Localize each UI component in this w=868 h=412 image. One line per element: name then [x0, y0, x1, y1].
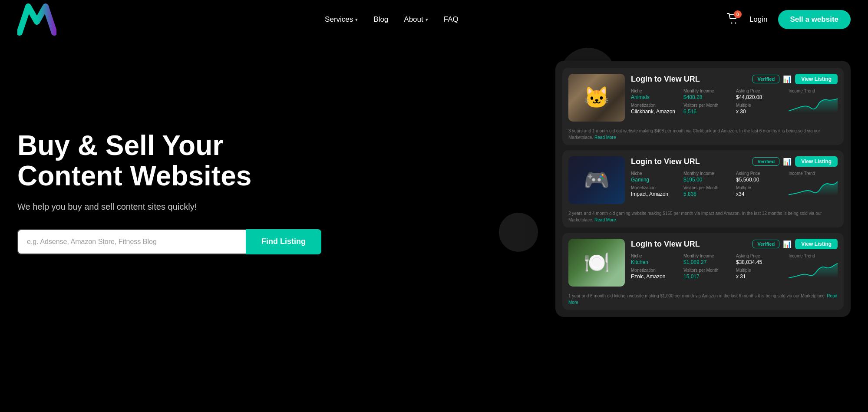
trend-label: Income Trend: [789, 171, 838, 176]
stat-price-label: Asking Price: [736, 171, 785, 176]
listing-card: Login to View URL Verified 📊 View Listin…: [562, 150, 844, 227]
sparkline-chart: [789, 260, 838, 280]
stat-income-label: Monthly Income: [683, 89, 733, 93]
nav-link-blog[interactable]: Blog: [373, 15, 388, 24]
listing-stats: Niche Animals Monetization Clickbank, Am…: [631, 89, 838, 115]
stat-niche: Niche Kitchen Monetization Ezoic, Amazon: [631, 254, 680, 280]
listing-top: Login to View URL Verified 📊 View Listin…: [562, 68, 844, 128]
stat-niche-value: Animals: [631, 94, 680, 100]
cart-button[interactable]: 0: [727, 13, 739, 26]
sell-website-button[interactable]: Sell a website: [778, 10, 851, 29]
listing-actions: Verified 📊 View Listing: [752, 74, 838, 84]
listings-panel: Login to View URL Verified 📊 View Listin…: [555, 52, 851, 317]
verified-badge: Verified: [752, 157, 779, 166]
stat-income-value: $1,089.27: [683, 259, 733, 265]
stat-niche-label: Niche: [631, 171, 680, 176]
sparkline-chart: [789, 178, 838, 197]
stat-mon-value: Clickbank, Amazon: [631, 109, 680, 115]
stat-visitors-label: Visitors per Month: [683, 268, 733, 273]
stat-mult-label: Multiple: [736, 103, 785, 108]
stat-price-value: $5,560.00: [736, 177, 785, 183]
stat-mon-label: Monetization: [631, 185, 680, 190]
listing-actions: Verified 📊 View Listing: [752, 239, 838, 249]
hero-section: Buy & Sell Your Content Websites We help…: [0, 39, 868, 395]
listing-card: Login to View URL Verified 📊 View Listin…: [562, 233, 844, 310]
nav-right: 0 Login Sell a website: [727, 10, 851, 29]
listing-info: Login to View URL Verified 📊 View Listin…: [631, 239, 838, 287]
view-listing-button[interactable]: View Listing: [795, 156, 838, 167]
listing-title: Login to View URL: [631, 75, 700, 84]
listing-title: Login to View URL: [631, 157, 700, 166]
stat-price-value: $38,034.45: [736, 259, 785, 265]
sparkline-chart: [789, 95, 838, 115]
hero-content: Buy & Sell Your Content Websites We help…: [17, 52, 321, 254]
chevron-down-icon: ▾: [426, 17, 428, 23]
nav-item-about[interactable]: About ▾: [404, 15, 428, 24]
read-more-link[interactable]: Read More: [594, 135, 616, 140]
stat-trend: Income Trend: [789, 89, 838, 110]
stat-niche-value: Kitchen: [631, 259, 680, 265]
stat-niche-value: Gaming: [631, 177, 680, 183]
listing-header: Login to View URL Verified 📊 View Listin…: [631, 74, 838, 84]
stat-price-value: $44,820.08: [736, 94, 785, 100]
stat-visitors-label: Visitors per Month: [683, 103, 733, 108]
stat-income-label: Monthly Income: [683, 171, 733, 176]
chart-icon: 📊: [783, 75, 792, 83]
search-input[interactable]: [17, 229, 246, 254]
stat-trend: Income Trend: [789, 171, 838, 193]
nav-item-blog[interactable]: Blog: [373, 15, 388, 24]
bg-circle-dark2: [499, 213, 538, 252]
nav-link-about[interactable]: About ▾: [404, 15, 428, 24]
search-bar: Find Listing: [17, 229, 321, 254]
listing-info: Login to View URL Verified 📊 View Listin…: [631, 74, 838, 122]
hero-subtitle: We help you buy and sell content sites q…: [17, 202, 321, 212]
listing-card: Login to View URL Verified 📊 View Listin…: [562, 68, 844, 145]
nav-item-services[interactable]: Services ▾: [325, 15, 358, 24]
listing-info: Login to View URL Verified 📊 View Listin…: [631, 156, 838, 204]
stat-monthly: Monthly Income $1,089.27 Visitors per Mo…: [683, 254, 733, 280]
stat-mon-value: Impact, Amazon: [631, 191, 680, 197]
stat-price-label: Asking Price: [736, 254, 785, 258]
listing-title: Login to View URL: [631, 240, 700, 249]
stat-visitors-value: 5,838: [683, 191, 733, 197]
stat-mult-value: x 30: [736, 109, 785, 115]
listing-header: Login to View URL Verified 📊 View Listin…: [631, 239, 838, 249]
nav-item-faq[interactable]: FAQ: [444, 15, 459, 24]
logo[interactable]: [17, 2, 56, 37]
chart-icon: 📊: [783, 240, 792, 248]
listing-description: 2 years and 4 month old gaming website m…: [562, 210, 844, 227]
view-listing-button[interactable]: View Listing: [795, 74, 838, 84]
stat-mult-value: x34: [736, 191, 785, 197]
nav-link-faq[interactable]: FAQ: [444, 15, 459, 24]
login-button[interactable]: Login: [749, 15, 768, 24]
stat-mon-label: Monetization: [631, 103, 680, 108]
listing-actions: Verified 📊 View Listing: [752, 156, 838, 167]
nav-link-services[interactable]: Services ▾: [325, 15, 358, 24]
listings-container: Login to View URL Verified 📊 View Listin…: [555, 61, 851, 317]
trend-label: Income Trend: [789, 254, 838, 258]
listing-image-gaming: [568, 156, 625, 204]
listing-image-kitchen: [568, 239, 625, 287]
stat-asking: Asking Price $38,034.45 Multiple x 31: [736, 254, 785, 280]
stat-income-value: $195.00: [683, 177, 733, 183]
stat-niche-label: Niche: [631, 254, 680, 258]
read-more-link[interactable]: Read More: [594, 218, 616, 222]
view-listing-button[interactable]: View Listing: [795, 239, 838, 249]
stat-price-label: Asking Price: [736, 89, 785, 93]
listing-top: Login to View URL Verified 📊 View Listin…: [562, 233, 844, 293]
find-listing-button[interactable]: Find Listing: [246, 229, 321, 254]
listing-top: Login to View URL Verified 📊 View Listin…: [562, 150, 844, 210]
listing-header: Login to View URL Verified 📊 View Listin…: [631, 156, 838, 167]
svg-point-1: [735, 23, 736, 24]
listing-image-cat: [568, 74, 625, 122]
trend-label: Income Trend: [789, 89, 838, 93]
listing-stats: Niche Kitchen Monetization Ezoic, Amazon…: [631, 254, 838, 280]
verified-badge: Verified: [752, 240, 779, 248]
stat-trend: Income Trend: [789, 254, 838, 275]
stat-mult-label: Multiple: [736, 185, 785, 190]
hero-title: Buy & Sell Your Content Websites: [17, 130, 321, 191]
chart-icon: 📊: [783, 158, 792, 166]
stat-mult-label: Multiple: [736, 268, 785, 273]
svg-point-0: [731, 23, 732, 24]
stat-mult-value: x 31: [736, 274, 785, 280]
